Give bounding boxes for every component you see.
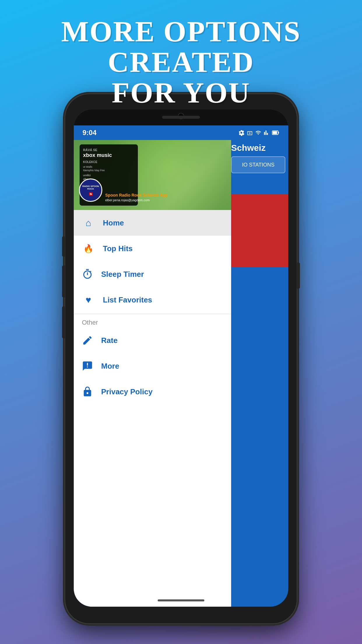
nav-divider [74, 314, 231, 314]
headline-line1: MORE OPTIONS CREATED [0, 16, 362, 77]
sim-icon [247, 130, 253, 136]
navigation-drawer: RÁVÁ SE xbox music KOLEKCE ut Walls Memp… [74, 140, 231, 607]
power-button [297, 262, 300, 289]
top-hits-label: Top Hits [103, 244, 133, 253]
home-icon: ⌂ [82, 218, 95, 228]
nav-menu: ⌂ Home 🔥 Top Hits Sleep Timer [74, 210, 231, 607]
wifi-icon [255, 130, 261, 136]
rate-icon [82, 335, 93, 346]
phone-top-physical [74, 109, 288, 125]
status-bar: 9:04 [74, 125, 288, 140]
app-title-area: Schweiz IO STATIONS [231, 143, 285, 173]
nav-item-sleep-timer[interactable]: Sleep Timer [74, 261, 231, 287]
svg-rect-2 [278, 132, 279, 134]
station-logo: RADIO SPOON ROCK 🇨🇭 [79, 178, 102, 202]
xbox-music-title: RÁVÁ SE xbox music KOLEKCE [83, 148, 134, 164]
signal-icon [264, 130, 270, 136]
nav-item-privacy[interactable]: Privacy Policy [74, 379, 231, 405]
rate-label: Rate [101, 336, 117, 345]
nav-item-more[interactable]: More [74, 353, 231, 379]
phone-device: 9:04 [64, 93, 298, 624]
fire-icon: 🔥 [82, 244, 95, 253]
radio-stations-button[interactable]: IO STATIONS [231, 156, 285, 173]
nav-item-list-favorites[interactable]: ♥ List Favorites [74, 287, 231, 313]
sleep-timer-label: Sleep Timer [101, 270, 144, 279]
app-title-text: Schweiz [231, 143, 285, 153]
nav-item-rate[interactable]: Rate [74, 328, 231, 353]
timer-icon [82, 269, 93, 280]
silent-switch [62, 306, 65, 338]
drawer-header: RÁVÁ SE xbox music KOLEKCE ut Walls Memp… [74, 140, 231, 210]
battery-icon [272, 130, 280, 135]
svg-rect-1 [273, 131, 277, 134]
headline-line2: FOR YOU [0, 77, 362, 108]
speaker-grille [162, 116, 200, 119]
vol-up-button [62, 236, 65, 257]
status-time: 9:04 [82, 129, 96, 137]
more-icon [82, 360, 93, 372]
station-overlay-text: Spoon Radio Rock Schweiz App elber.pena.… [105, 193, 230, 202]
privacy-policy-label: Privacy Policy [101, 387, 152, 396]
status-icons-group [238, 130, 280, 136]
phone-screen: 9:04 [74, 109, 288, 607]
vol-down-button [62, 265, 65, 298]
gear-icon [238, 130, 245, 136]
home-label: Home [103, 218, 124, 228]
nav-section-other: Other [74, 315, 231, 328]
station-email: elber.pena.rojas@yagdem.com [105, 198, 230, 202]
nav-item-top-hits[interactable]: 🔥 Top Hits [74, 236, 231, 261]
more-label: More [101, 362, 119, 371]
station-name-text: Spoon Radio Rock Schweiz App [105, 193, 230, 198]
nav-item-home[interactable]: ⌂ Home [74, 210, 231, 236]
home-indicator [158, 599, 204, 601]
lock-icon [82, 386, 93, 397]
red-content-card [231, 194, 288, 267]
heart-icon: ♥ [82, 295, 95, 305]
list-favorites-label: List Favorites [103, 295, 152, 304]
radio-stations-label: IO STATIONS [242, 162, 274, 168]
